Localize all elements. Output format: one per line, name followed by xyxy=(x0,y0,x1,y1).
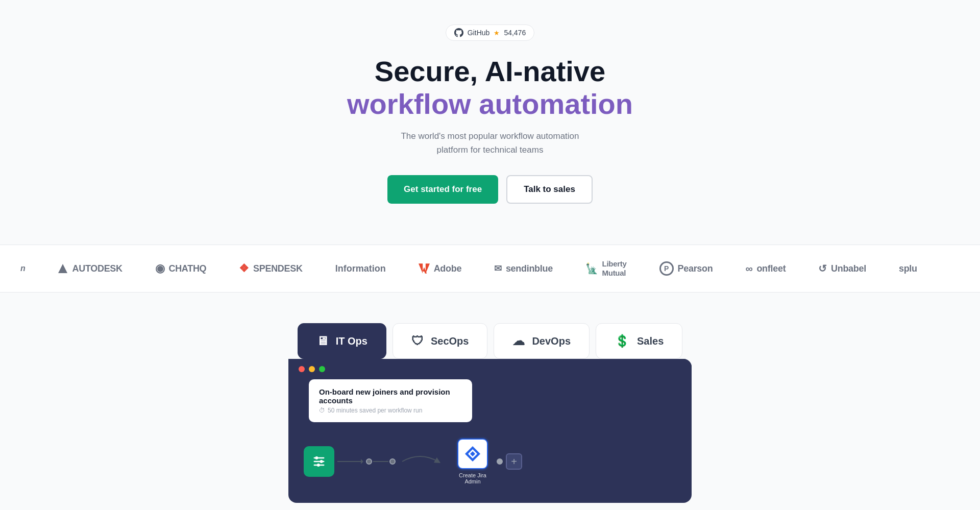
tab-sec-ops-label: SecOps xyxy=(431,335,469,347)
tab-it-ops-label: IT Ops xyxy=(336,335,368,347)
dev-ops-icon: ☁ xyxy=(512,334,525,348)
hero-subtitle: The world's most popular workflow automa… xyxy=(393,129,587,157)
jira-node-icon-wrap xyxy=(457,439,488,469)
svg-marker-0 xyxy=(58,264,67,273)
connector-curve xyxy=(400,449,440,474)
hero-title: Secure, AI-native workflow automation xyxy=(347,55,633,121)
green-node-icon xyxy=(304,446,334,477)
hero-section: GitHub ★ 54,476 Secure, AI-native workfl… xyxy=(0,0,980,224)
list-item: ✉ sendinblue xyxy=(494,263,553,274)
workflow-info-card: On-board new joiners and provision accou… xyxy=(309,379,472,422)
logo-strip-inner: n AUTODESK ◉ CHATHQ ❖ SPENDESK Informati… xyxy=(0,259,980,278)
svg-point-5 xyxy=(315,456,318,459)
clock-icon: ⏱ xyxy=(319,407,325,414)
get-started-button[interactable]: Get started for free xyxy=(387,175,498,204)
list-item: P Pearson xyxy=(659,261,713,276)
tab-dev-ops[interactable]: ☁ DevOps xyxy=(494,323,590,359)
jira-node: Create Jira Admin xyxy=(455,439,491,484)
logo-strip: n AUTODESK ◉ CHATHQ ❖ SPENDESK Informati… xyxy=(0,245,980,293)
sliders-icon xyxy=(312,454,326,469)
list-item: AUTODESK xyxy=(58,263,122,274)
sales-icon: 💲 xyxy=(615,334,630,348)
dot-node-3 xyxy=(497,458,503,465)
hero-buttons: Get started for free Talk to sales xyxy=(387,175,593,204)
list-item: Information xyxy=(335,263,386,274)
list-item: ❖ SPENDESK xyxy=(239,262,302,275)
autodesk-icon xyxy=(58,263,68,274)
github-label: GitHub xyxy=(468,29,490,37)
window-dot-yellow xyxy=(309,366,315,372)
list-item: Adobe xyxy=(419,263,462,274)
github-stars-count: 54,476 xyxy=(504,29,526,37)
list-item: ∞ onfleet xyxy=(745,263,786,275)
hero-title-line1: Secure, AI-native xyxy=(375,55,605,87)
svg-point-7 xyxy=(317,464,320,467)
tab-it-ops[interactable]: 🖥 IT Ops xyxy=(298,323,386,359)
window-dot-red xyxy=(299,366,305,372)
window-dot-green xyxy=(319,366,325,372)
list-item: splu xyxy=(899,263,917,274)
workflow-titlebar xyxy=(288,359,692,379)
hero-title-line2: workflow automation xyxy=(347,88,633,120)
jira-icon xyxy=(464,445,481,463)
list-item: 🗽 LibertyMutual xyxy=(585,259,627,278)
talk-to-sales-button[interactable]: Talk to sales xyxy=(506,175,593,204)
github-badge[interactable]: GitHub ★ 54,476 xyxy=(446,25,534,41)
github-stars-icon: ★ xyxy=(494,29,500,37)
adobe-icon xyxy=(419,263,430,274)
workflow-title: On-board new joiners and provision accou… xyxy=(319,387,462,405)
svg-point-6 xyxy=(320,460,323,463)
tab-dev-ops-label: DevOps xyxy=(532,335,571,347)
workflow-preview: On-board new joiners and provision accou… xyxy=(288,359,692,503)
list-item: ◉ CHATHQ xyxy=(155,262,207,275)
sec-ops-icon: 🛡 xyxy=(411,334,424,348)
list-item: ↺ Unbabel xyxy=(818,262,866,275)
it-ops-icon: 🖥 xyxy=(316,334,329,348)
green-node xyxy=(304,446,334,477)
add-node-button[interactable]: + xyxy=(506,453,522,470)
tabs-row: 🖥 IT Ops 🛡 SecOps ☁ DevOps 💲 Sales xyxy=(298,323,683,359)
dot-node-2 xyxy=(389,458,396,465)
tabs-and-preview: 🖥 IT Ops 🛡 SecOps ☁ DevOps 💲 Sales xyxy=(288,323,692,503)
tab-sales-label: Sales xyxy=(637,335,664,347)
list-item: n xyxy=(20,264,25,273)
jira-node-label: Create Jira Admin xyxy=(455,472,491,484)
github-icon xyxy=(454,28,463,37)
tabs-section: 🖥 IT Ops 🛡 SecOps ☁ DevOps 💲 Sales xyxy=(0,323,980,503)
dot-node-1 xyxy=(366,458,372,465)
tab-sales[interactable]: 💲 Sales xyxy=(596,323,682,359)
tab-sec-ops[interactable]: 🛡 SecOps xyxy=(393,323,487,359)
workflow-subtitle: ⏱ 50 minutes saved per workflow run xyxy=(319,407,462,414)
